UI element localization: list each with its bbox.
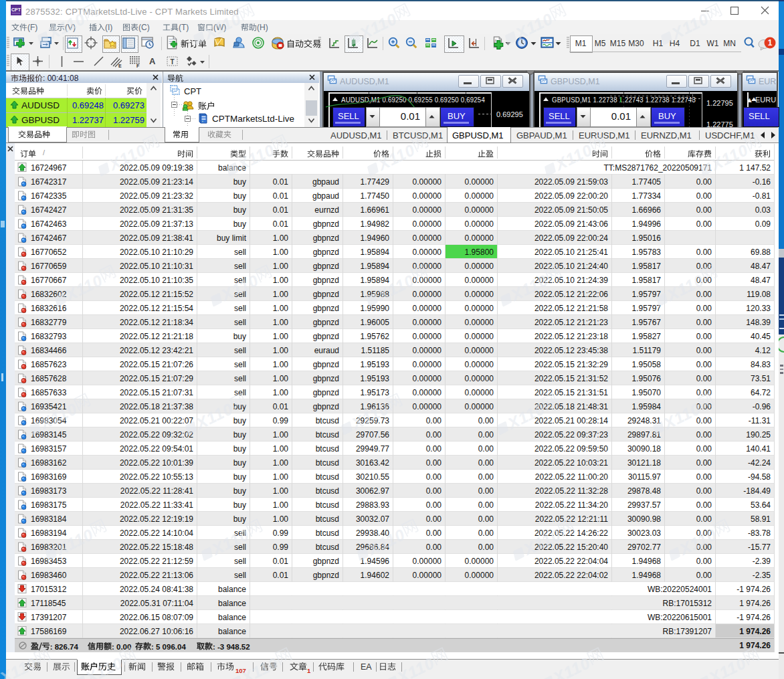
svg-text:F: F (136, 64, 140, 68)
svg-text:CPT: CPT (11, 7, 21, 12)
svg-text:1: 1 (768, 38, 773, 47)
svg-text:T: T (170, 58, 174, 66)
svg-text:E: E (118, 64, 122, 68)
